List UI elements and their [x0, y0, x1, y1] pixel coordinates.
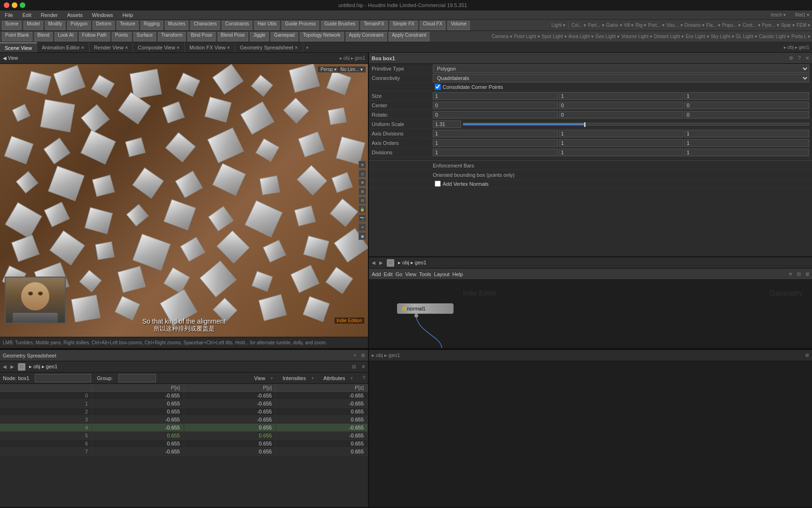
node-normal1[interactable]: normal1: [397, 303, 453, 314]
ng-grid-icon[interactable]: ⊞: [805, 271, 809, 277]
col-py[interactable]: P[y]: [184, 384, 276, 392]
tool-surface[interactable]: Surface: [133, 32, 156, 41]
ng-layout-btn[interactable]: Layout: [434, 271, 450, 277]
ng-fwd-btn[interactable]: ▶: [379, 260, 383, 265]
gs-intensities-btn[interactable]: Intensities: [282, 375, 306, 381]
ng-fold-icon[interactable]: ⊟: [797, 271, 801, 277]
shelf-deform[interactable]: Deform: [93, 21, 115, 30]
light-icon[interactable]: ☀: [359, 223, 366, 231]
axis-div-y[interactable]: [559, 130, 684, 137]
props-settings-icon[interactable]: ⚙: [789, 56, 793, 61]
props-close-icon[interactable]: ✕: [805, 56, 809, 61]
close-button[interactable]: [4, 2, 9, 8]
viewport-canvas[interactable]: So that kind of the alignment 所以这种排列或覆盖是…: [0, 64, 368, 337]
menu-windows[interactable]: Windows: [90, 11, 115, 19]
table-row[interactable]: 60.6550.6550.655: [0, 440, 368, 448]
col-pz[interactable]: P[z]: [276, 384, 368, 392]
shelf-guidebrushes[interactable]: Guide Brushes: [321, 21, 359, 30]
vertex-normals-checkbox[interactable]: [435, 181, 441, 187]
div-z[interactable]: [684, 149, 809, 156]
node-graph-canvas[interactable]: Indie Editor Geometry: [369, 280, 812, 348]
shelf-muscles[interactable]: Muscles: [165, 21, 189, 30]
rotate-z[interactable]: [684, 111, 809, 119]
shelf-texture[interactable]: Texture: [117, 21, 139, 30]
uniform-scale-slider[interactable]: [463, 123, 809, 126]
menu-render[interactable]: Render: [39, 11, 60, 19]
axis-div-z[interactable]: [684, 130, 809, 137]
bg-icon[interactable]: ◼: [359, 232, 366, 240]
table-row[interactable]: 0-0.655-0.655-0.655: [0, 392, 368, 400]
tumble-icon[interactable]: ⊕: [359, 161, 366, 168]
tool-gamepad[interactable]: Gamepad: [271, 32, 298, 41]
menu-file[interactable]: File: [3, 11, 15, 19]
minimize-button[interactable]: [12, 2, 17, 8]
window-controls[interactable]: [4, 2, 25, 8]
center-z[interactable]: [684, 102, 809, 109]
gs-settings-icon[interactable]: ⚙: [361, 353, 365, 358]
gs-obj-icon[interactable]: □: [18, 363, 25, 371]
lock-icon[interactable]: 🔒: [359, 206, 366, 213]
ng-help-btn[interactable]: Help: [453, 271, 463, 277]
div-y[interactable]: [559, 149, 684, 156]
tab-composite-view[interactable]: Composite View ×: [133, 42, 185, 52]
gs-help-icon[interactable]: ?: [362, 375, 365, 381]
gs-view-btn[interactable]: View: [254, 375, 265, 381]
ng-view-btn[interactable]: View: [405, 271, 416, 277]
shelf-polygon[interactable]: Polygon: [67, 21, 91, 30]
size-y[interactable]: [559, 92, 684, 100]
shelf-rigging[interactable]: Rigging: [141, 21, 163, 30]
ng-close-icon[interactable]: ✕: [789, 271, 792, 277]
shelf-hairutils[interactable]: Hair Utils: [254, 21, 280, 30]
menu-assets[interactable]: Assets: [65, 11, 85, 19]
center-y[interactable]: [559, 102, 684, 109]
gs-detach-icon[interactable]: ⊟: [352, 364, 356, 369]
axis-ord-x[interactable]: [433, 139, 558, 147]
pan-icon[interactable]: ✥: [359, 179, 366, 186]
ng-edit-btn[interactable]: Edit: [384, 271, 393, 277]
div-x[interactable]: [433, 149, 558, 156]
props-help-icon[interactable]: ?: [798, 56, 801, 61]
rotate-x[interactable]: [433, 111, 558, 119]
tool-topology[interactable]: Topology Network: [300, 32, 344, 41]
cam-icon[interactable]: 📷: [359, 214, 366, 222]
tool-pointblank[interactable]: Point Blank: [2, 32, 32, 41]
shelf-terrainfx[interactable]: TerrainFX: [360, 21, 387, 30]
tool-apply2[interactable]: Apply Constraint: [389, 32, 429, 41]
tab-geometry-spreadsheet[interactable]: Geometry Spreadsheet ×: [235, 42, 303, 52]
connectivity-select[interactable]: Quadrilaterals: [433, 74, 809, 82]
grid-icon[interactable]: ⊟: [359, 197, 366, 204]
tool-points[interactable]: Points: [112, 32, 132, 41]
table-row[interactable]: 4-0.6550.655-0.655: [0, 424, 368, 432]
primitive-type-select[interactable]: Polygon: [433, 64, 809, 73]
tab-animation-editor[interactable]: Animation Editor ×: [37, 42, 89, 52]
tab-motion-fx[interactable]: Motion FX View ×: [185, 42, 235, 52]
gs-close-icon[interactable]: ✕: [361, 364, 365, 369]
tab-scene-view[interactable]: Scene View: [0, 42, 37, 52]
gs-back-btn[interactable]: ◀: [3, 364, 7, 369]
table-row[interactable]: 3-0.655-0.6550.655: [0, 416, 368, 424]
shelf-simplefx[interactable]: Simple FX: [390, 21, 418, 30]
menu-edit[interactable]: Edit: [21, 11, 33, 19]
tool-transform[interactable]: Transform: [158, 32, 186, 41]
uniform-scale-input[interactable]: [433, 120, 461, 128]
zoom-icon[interactable]: ◎: [359, 170, 366, 177]
axis-ord-z[interactable]: [684, 139, 809, 147]
col-id[interactable]: [0, 384, 92, 392]
table-row[interactable]: 20.655-0.6550.655: [0, 408, 368, 416]
tool-apply1[interactable]: Apply Constraint: [346, 32, 387, 41]
tool-followpath[interactable]: Follow Path: [79, 32, 110, 41]
gs-attributes-btn[interactable]: Attributes: [323, 375, 345, 381]
gs-table[interactable]: P[x] P[y] P[z] 0-0.655-0.655-0.655 10.65…: [0, 384, 368, 507]
add-tab-button[interactable]: +: [303, 42, 312, 52]
tool-bindpose[interactable]: Bind Pose: [187, 32, 216, 41]
tool-lookat[interactable]: Look At: [55, 32, 77, 41]
shelf-volume[interactable]: Volume: [447, 21, 469, 30]
shelf-guideprocess[interactable]: Guide Process: [281, 21, 319, 30]
ng-go-btn[interactable]: Go: [396, 271, 403, 277]
ng-tools-btn[interactable]: Tools: [419, 271, 431, 277]
table-row[interactable]: 50.6550.655-0.655: [0, 432, 368, 440]
size-x[interactable]: [433, 92, 558, 100]
perspective-badge[interactable]: Persp ▾: [317, 66, 340, 73]
gs-node-selector[interactable]: [35, 374, 91, 382]
gs-group-input[interactable]: [118, 374, 156, 382]
